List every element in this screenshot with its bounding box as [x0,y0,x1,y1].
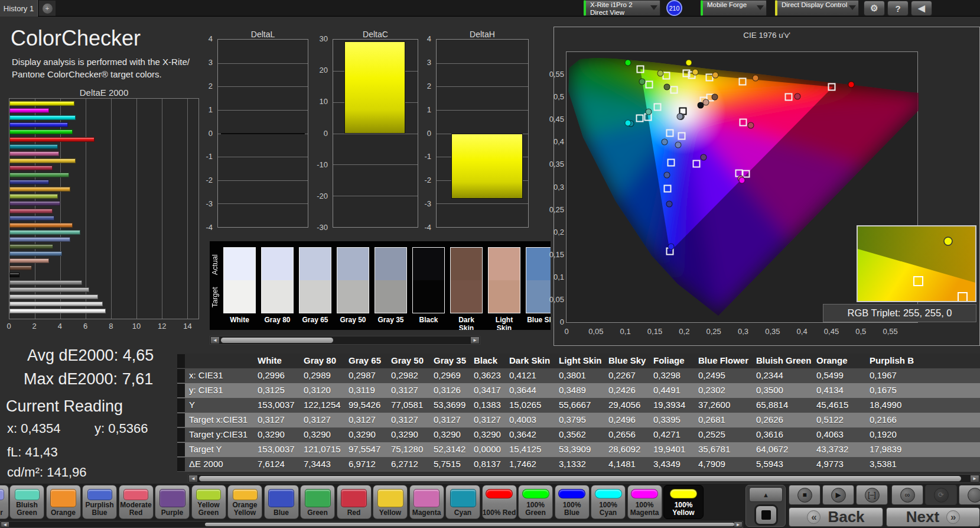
workflow-dropdown[interactable]: Mobile Forge [701,0,767,16]
meter-dropdown[interactable]: X-Rite i1Pro 2 Direct View [584,0,660,16]
patch-chip [233,489,258,500]
patch-button-blue[interactable]: Blue [264,485,299,519]
patch-button-magenta[interactable]: Magenta [409,485,444,519]
de-bar-red [9,166,53,170]
stop-measure-button[interactable]: ■ [789,485,821,505]
patch-button-moderate-red[interactable]: Moderate Red [119,485,154,519]
cell: 4,1481 [605,457,650,472]
swatch-target [489,280,520,313]
patch-button-green[interactable]: Green [300,485,335,519]
back-label: Back [828,508,864,526]
new-tab-button[interactable]: + [39,1,56,16]
patch-button-100-green[interactable]: 100% Green [518,485,553,519]
inset-gamut-svg [858,226,975,301]
table-header-gray-65: Gray 65 [345,354,388,368]
cie-x-tick: 0,15 [647,327,662,336]
patch-button-cyan[interactable]: Cyan [445,485,480,519]
patch-button-purplish-blue[interactable]: Purplish Blue [82,485,117,519]
table-row-x-cie31: x: CIE310,29960,29890,29870,29820,29690,… [177,368,980,383]
cie-measured-dot-foliage [664,83,670,90]
patch-label: Blue Flower [0,501,8,517]
expand-button[interactable]: ▲ [749,487,783,502]
tab-history-1[interactable]: History 1 [0,0,38,17]
cell: 0,3623 [470,368,506,383]
scroll-left-icon[interactable]: ◄ [189,475,197,482]
cell: 0,3417 [470,383,506,398]
patch-chip [159,489,185,507]
de-bar-moderate-red [9,209,53,213]
refresh-button[interactable]: ⟳ [925,485,957,505]
cell: 0,3290 [388,427,430,442]
cie-x-tick: 0,4 [797,327,808,336]
cell: 0,2344 [753,368,813,383]
patch-button-100-red[interactable]: 100% Red [482,485,517,519]
cell: 0,3120 [300,383,345,398]
scroll-left-icon[interactable]: ◄ [211,337,219,344]
cell: 0,2996 [254,368,300,383]
patch-button-100-blue[interactable]: 100% Blue [555,485,590,519]
de-bar-bluish-green [9,230,80,235]
table-scrollbar-thumb[interactable] [199,476,961,481]
next-button[interactable]: Next » [886,507,980,527]
patch-button-purple[interactable]: Purple [155,485,190,519]
patch-button-yellow-green[interactable]: Yellow Green [191,485,226,519]
patch-button-blue-flower[interactable]: Blue Flower [0,485,9,519]
cie-y-tick: 0 [537,318,564,326]
cell: 0,3489 [555,383,605,398]
collapse-button[interactable]: ◀ [911,1,932,16]
patch-button-yellow[interactable]: Yellow [373,485,408,519]
scroll-right-icon[interactable]: ► [971,475,979,482]
cell: 0,2681 [695,413,753,427]
play-button[interactable]: ▶ [822,485,854,505]
patch-chip [522,489,549,498]
settings-button[interactable]: ⚙ [864,1,885,16]
cie-diagram-panel: CIE 1976 u'v' [554,27,980,346]
display-control-dropdown[interactable]: Direct Display Control [775,0,859,16]
cell: 0,2426 [605,383,650,398]
swatch-label: Gray 65 [299,316,331,324]
stop-pattern-button[interactable] [754,504,778,526]
swatch-label: Gray 35 [375,316,407,324]
patch-button-100-cyan[interactable]: 100% Cyan [591,485,626,519]
step-button[interactable]: [–] [856,485,888,505]
patch-button-100-magenta[interactable]: 100% Magenta [627,485,662,519]
scroll-right-icon[interactable]: ► [471,337,479,344]
stop-icon [761,510,771,520]
cie-x-tick: 0,25 [706,327,721,336]
patch-button-100-yellow[interactable]: 100% Yellow [663,485,704,519]
table-scrollbar[interactable]: ◄ ► [188,474,980,483]
patch-scrollbar-thumb[interactable] [205,523,734,526]
swatch-actual [375,248,406,280]
page-title: ColorChecker [11,26,141,51]
row-label: y: CIE31 [177,383,254,398]
swatch-target [262,280,293,313]
patch-chip [558,489,585,498]
patch-scrollbar[interactable]: ◄ ► [0,521,743,528]
cell: 0,3562 [555,427,605,442]
help-button[interactable]: ? [887,1,909,16]
cell: 6,2712 [388,457,430,472]
loop-button[interactable]: ∞ [891,485,923,505]
cie-target-square-100-green [636,65,644,73]
patch-pager-panel: ▲ [745,485,786,527]
cell: 0,2987 [345,368,388,383]
meter-count-badge[interactable]: 210 [666,0,682,16]
cie-measured-dot-yellow [692,69,699,75]
mini-gridline [333,164,418,165]
swatch-scrollbar-thumb[interactable] [221,338,333,343]
patch-button-red[interactable]: Red [337,485,372,519]
swatch-scrollbar[interactable]: ◄ ► [210,336,480,345]
patch-toolbar: Blue FlowerBluish GreenOrangePurplish Bl… [0,484,980,528]
cell: 0,3290 [470,427,506,442]
patch-label: 100% Magenta [628,501,662,517]
patch-label: Purplish Blue [83,501,116,517]
scroll-left-icon[interactable]: ◄ [1,522,9,527]
reading-cdm2: cd/m²: 141,96 [7,465,87,480]
back-button[interactable]: « Back [789,507,883,527]
extra-button[interactable] [959,485,980,505]
patch-button-orange[interactable]: Orange [46,485,81,519]
patch-button-bluish-green[interactable]: Bluish Green [9,485,44,519]
patch-button-orange-yellow[interactable]: Orange Yellow [227,485,262,519]
cell: 0,3290 [430,427,470,442]
scroll-right-icon[interactable]: ► [734,522,742,527]
